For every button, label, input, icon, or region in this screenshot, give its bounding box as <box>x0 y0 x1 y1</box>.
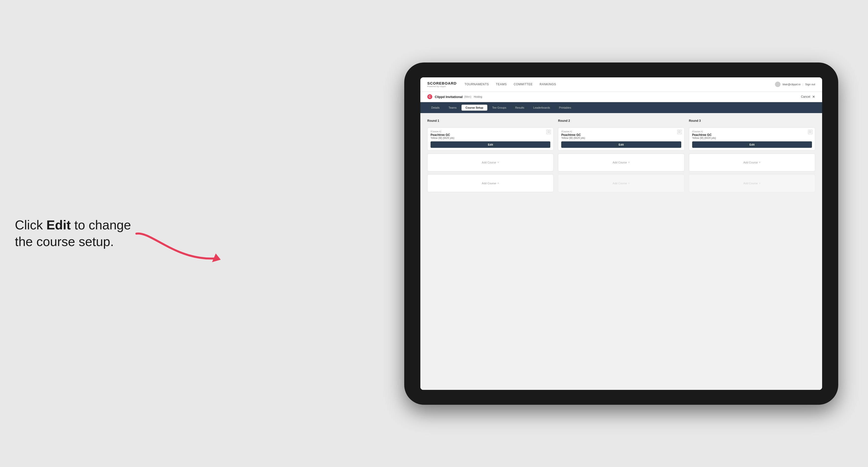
close-icon[interactable]: ✕ <box>812 95 815 99</box>
logo-text: SCOREBOARD <box>427 81 457 85</box>
tab-course-setup[interactable]: Course Setup <box>462 105 487 111</box>
round-2-title: Round 2 <box>558 119 684 123</box>
round-3-add-course-1[interactable]: Add Course + <box>689 154 815 172</box>
round-2-add-course-2: Add Course + <box>558 174 684 192</box>
round-2-add-course-1-plus: + <box>628 160 630 164</box>
round-2-course-name: Peachtree GC <box>561 133 681 137</box>
round-3-add-course-1-plus: + <box>759 160 761 164</box>
tournament-name: Clippd Invitational <box>435 95 463 99</box>
round-1-add-course-1-plus: + <box>497 160 499 164</box>
round-3-course-label: (Course A) <box>692 130 812 133</box>
cancel-label[interactable]: Cancel <box>801 95 810 98</box>
round-2-add-course-2-label: Add Course <box>613 182 627 185</box>
tab-teams[interactable]: Teams <box>445 105 461 111</box>
round-2-course-details: Yellow (M) (6629 yds) <box>561 137 681 139</box>
nav-links: TOURNAMENTS TEAMS COMMITTEE RANKINGS <box>465 83 775 86</box>
clippd-logo: C <box>427 94 432 99</box>
round-1-add-course-2-label: Add Course <box>482 182 496 185</box>
nav-committee[interactable]: COMMITTEE <box>514 83 533 86</box>
instruction-bold: Edit <box>46 218 71 232</box>
round-2-add-course-1[interactable]: Add Course + <box>558 154 684 172</box>
round-3-title: Round 3 <box>689 119 815 123</box>
round-2-edit-button[interactable]: Edit <box>561 142 681 148</box>
round-2-add-course-1-label: Add Course <box>613 161 627 164</box>
round-2-course-card: (Course A) Peachtree GC Yellow (M) (6629… <box>558 127 684 151</box>
top-nav: SCOREBOARD Powered by clippd TOURNAMENTS… <box>421 77 822 92</box>
instruction-part1: Click <box>15 218 46 232</box>
round-3-delete-icon[interactable]: ☐ <box>808 130 812 134</box>
round-1-course-card: (Course A) Peachtree GC Yellow (M) (6629… <box>427 127 554 151</box>
nav-right: blair@clippd.io | Sign out <box>775 82 815 87</box>
rounds-container: Round 1 (Course A) Peachtree GC Yellow (… <box>427 119 815 192</box>
round-3-add-course-2: Add Course + <box>689 174 815 192</box>
tablet-screen: SCOREBOARD Powered by clippd TOURNAMENTS… <box>421 77 822 390</box>
round-1-title: Round 1 <box>427 119 554 123</box>
instruction-text: Click Edit to change the course setup. <box>15 217 139 250</box>
tab-printables[interactable]: Printables <box>555 105 575 111</box>
nav-teams[interactable]: TEAMS <box>496 83 507 86</box>
tab-details[interactable]: Details <box>427 105 444 111</box>
round-1-course-name: Peachtree GC <box>431 133 550 137</box>
logo-area: SCOREBOARD Powered by clippd <box>427 81 457 88</box>
round-1-course-label: (Course A) <box>431 130 550 133</box>
round-2-column: Round 2 (Course A) Peachtree GC Yellow (… <box>558 119 684 192</box>
round-3-edit-button[interactable]: Edit <box>692 142 812 148</box>
round-2-add-course-2-plus: + <box>628 181 630 185</box>
arrow-svg <box>131 226 226 271</box>
round-3-course-name: Peachtree GC <box>692 133 812 137</box>
round-2-delete-icon[interactable]: ☐ <box>677 130 682 134</box>
tab-leaderboards[interactable]: Leaderboards <box>529 105 554 111</box>
sub-header: C Clippd Invitational (Men) Hosting Canc… <box>421 92 822 102</box>
sign-out-link[interactable]: Sign out <box>805 83 815 86</box>
round-1-add-course-1-label: Add Course <box>482 161 496 164</box>
round-1-column: Round 1 (Course A) Peachtree GC Yellow (… <box>427 119 554 192</box>
round-1-edit-button[interactable]: Edit <box>431 142 550 148</box>
nav-rankings[interactable]: RANKINGS <box>540 83 556 86</box>
round-3-add-course-2-plus: + <box>759 181 761 185</box>
round-1-delete-icon[interactable]: ☐ <box>546 130 551 134</box>
separator: | <box>803 83 803 86</box>
round-3-column: Round 3 (Course A) Peachtree GC Yellow (… <box>689 119 815 192</box>
main-content: Round 1 (Course A) Peachtree GC Yellow (… <box>421 113 822 390</box>
round-3-add-course-2-label: Add Course <box>743 182 757 185</box>
hosting-badge: Hosting <box>474 95 482 98</box>
round-1-add-course-2[interactable]: Add Course + <box>427 174 554 192</box>
round-3-add-course-1-label: Add Course <box>743 161 757 164</box>
round-3-course-card: (Course A) Peachtree GC Yellow (M) (6629… <box>689 127 815 151</box>
sub-header-right: Cancel ✕ <box>801 95 815 99</box>
user-email: blair@clippd.io <box>782 83 800 86</box>
tablet-shell: SCOREBOARD Powered by clippd TOURNAMENTS… <box>404 62 838 405</box>
arrow-indicator <box>131 226 226 272</box>
tab-bar: Details Teams Course Setup Tee Groups Re… <box>421 102 822 113</box>
tournament-gender: (Men) <box>464 95 471 98</box>
round-2-course-label: (Course A) <box>561 130 681 133</box>
user-avatar <box>775 82 780 87</box>
round-1-add-course-2-plus: + <box>497 181 499 185</box>
logo-sub: Powered by clippd <box>427 85 457 88</box>
tab-tee-groups[interactable]: Tee Groups <box>488 105 510 111</box>
tab-results[interactable]: Results <box>511 105 528 111</box>
round-1-add-course-1[interactable]: Add Course + <box>427 154 554 172</box>
round-1-course-details: Yellow (M) (6629 yds) <box>431 137 550 139</box>
nav-tournaments[interactable]: TOURNAMENTS <box>465 83 489 86</box>
round-3-course-details: Yellow (M) (6629 yds) <box>692 137 812 139</box>
